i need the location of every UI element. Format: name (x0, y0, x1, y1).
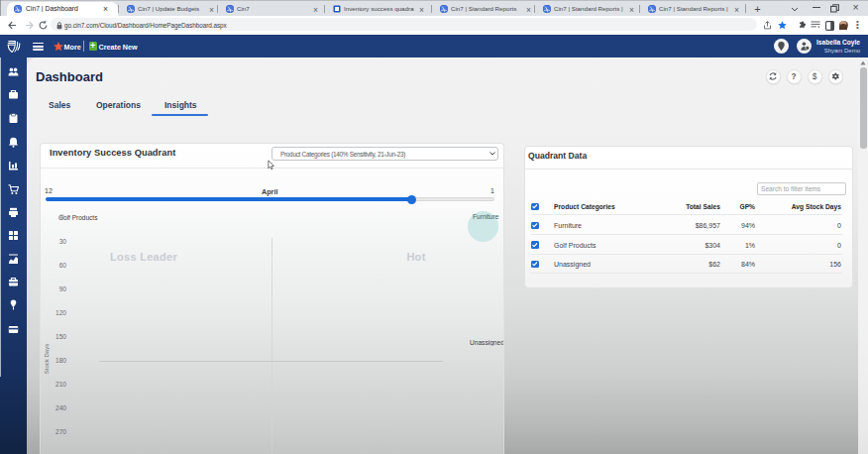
svg-text:$: $ (813, 72, 817, 80)
svg-text:?: ? (791, 72, 796, 80)
